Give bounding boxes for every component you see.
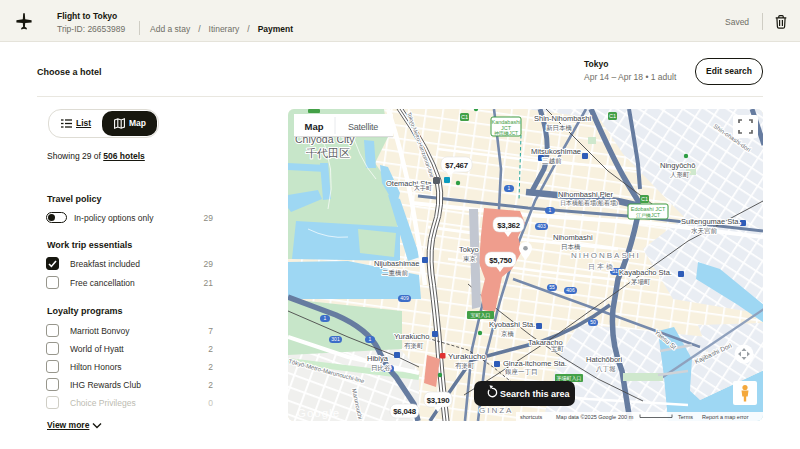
svg-text:Google: Google	[297, 407, 340, 419]
svg-text:日本橋: 日本橋	[588, 263, 615, 271]
svg-text:55: 55	[549, 284, 555, 290]
svg-text:京橋: 京橋	[501, 330, 515, 337]
svg-text:大手町: 大手町	[414, 184, 432, 191]
svg-text:東京: 東京	[463, 255, 477, 262]
svg-text:Kyobashi Sta.: Kyobashi Sta.	[489, 320, 535, 329]
svg-text:Edobashi JCT: Edobashi JCT	[631, 206, 666, 212]
svg-text:Suitengumae Sta.: Suitengumae Sta.	[681, 217, 741, 226]
svg-text:二重橋前: 二重橋前	[382, 269, 409, 276]
svg-text:200 m: 200 m	[618, 414, 634, 420]
svg-text:八丁堀: 八丁堀	[596, 365, 616, 373]
svg-text:C1: C1	[609, 113, 616, 119]
svg-text:Terms: Terms	[678, 414, 693, 420]
svg-text:Search this area: Search this area	[500, 389, 571, 399]
svg-text:人形町: 人形町	[670, 171, 690, 179]
svg-text:Ningyōchō: Ningyōchō	[660, 161, 695, 170]
svg-text:日本橋: 日本橋	[561, 243, 581, 250]
svg-text:C1: C1	[461, 114, 468, 120]
svg-text:千代田区: 千代田区	[306, 147, 350, 159]
svg-text:宝町: 宝町	[551, 345, 565, 352]
svg-text:茅場町: 茅場町	[630, 278, 651, 286]
svg-text:$5,750: $5,750	[489, 256, 513, 265]
svg-text:江戸橋JCT: 江戸橋JCT	[636, 212, 660, 219]
svg-text:1: 1	[369, 336, 372, 342]
svg-text:Hatchōbori: Hatchōbori	[586, 355, 623, 364]
svg-text:$3,190: $3,190	[427, 396, 451, 405]
svg-text:Report a map error: Report a map error	[702, 414, 749, 420]
svg-text:C1: C1	[641, 196, 648, 202]
svg-text:403: 403	[537, 223, 546, 229]
svg-text:301: 301	[331, 336, 340, 342]
svg-text:1: 1	[549, 207, 552, 213]
svg-text:shortcuts: shortcuts	[520, 414, 543, 420]
svg-text:406: 406	[566, 287, 575, 293]
svg-text:日比谷: 日比谷	[371, 364, 391, 372]
svg-text:$7,467: $7,467	[445, 161, 468, 170]
svg-text:神田橋JCT: 神田橋JCT	[494, 130, 518, 136]
svg-text:Mitsukoshimae: Mitsukoshimae	[531, 147, 581, 156]
svg-text:Shin-Nihombashi: Shin-Nihombashi	[534, 114, 591, 123]
svg-text:日本橋船着場(船着場): 日本橋船着場(船着場)	[560, 199, 618, 207]
svg-text:三越前: 三越前	[542, 157, 562, 165]
svg-text:宝町入口: 宝町入口	[471, 312, 491, 319]
svg-text:$3,362: $3,362	[497, 221, 521, 230]
svg-text:有楽町: 有楽町	[455, 362, 475, 369]
svg-text:銀座一丁目: 銀座一丁目	[505, 368, 538, 375]
svg-text:Tokyo: Tokyo	[459, 245, 479, 254]
svg-text:$6,048: $6,048	[393, 407, 417, 416]
svg-text:茅場町入口: 茅場町入口	[557, 375, 582, 382]
svg-text:有楽町: 有楽町	[404, 342, 424, 349]
svg-text:1: 1	[324, 315, 327, 321]
svg-text:Yurakucho: Yurakucho	[394, 332, 429, 341]
svg-text:Nijubashimae: Nijubashimae	[374, 259, 419, 268]
svg-text:Yurakucho: Yurakucho	[448, 352, 486, 361]
svg-text:Nihombashi Pier: Nihombashi Pier	[558, 190, 614, 199]
svg-text:Map data ©2025 Google: Map data ©2025 Google	[556, 414, 616, 420]
svg-text:50: 50	[590, 319, 596, 325]
svg-text:Hibiya: Hibiya	[367, 354, 389, 363]
svg-text:1: 1	[508, 185, 511, 191]
svg-text:新日本橋: 新日本橋	[546, 124, 573, 131]
svg-text:Nihombashi: Nihombashi	[553, 233, 593, 242]
svg-text:NIHONBASHI: NIHONBASHI	[571, 251, 641, 260]
svg-text:Kayabacho Sta.: Kayabacho Sta.	[619, 268, 672, 277]
svg-text:409: 409	[400, 295, 409, 301]
svg-text:GINZA: GINZA	[479, 406, 513, 415]
svg-text:水天宮前: 水天宮前	[691, 227, 718, 235]
svg-text:Map: Map	[305, 121, 324, 132]
svg-text:Satellite: Satellite	[348, 122, 378, 132]
